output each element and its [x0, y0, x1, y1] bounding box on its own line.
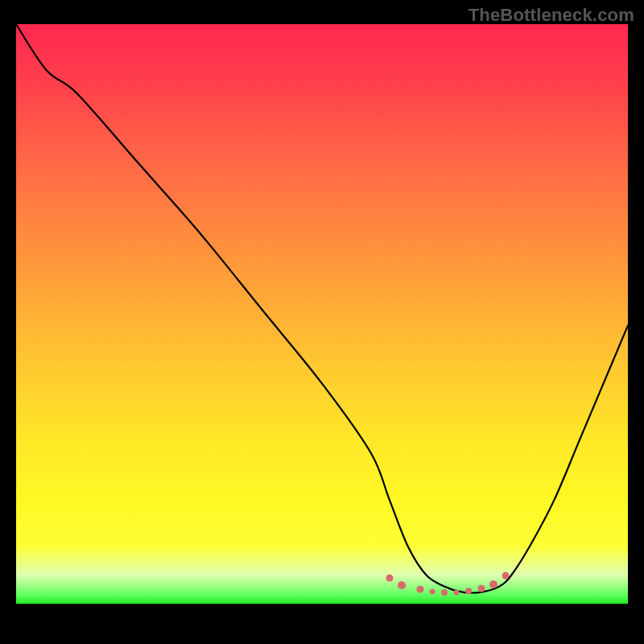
chart-canvas: TheBottleneck.com [0, 0, 644, 644]
watermark-label: TheBottleneck.com [469, 5, 634, 26]
bottleneck-curve [16, 24, 628, 620]
plot-area [16, 24, 628, 636]
